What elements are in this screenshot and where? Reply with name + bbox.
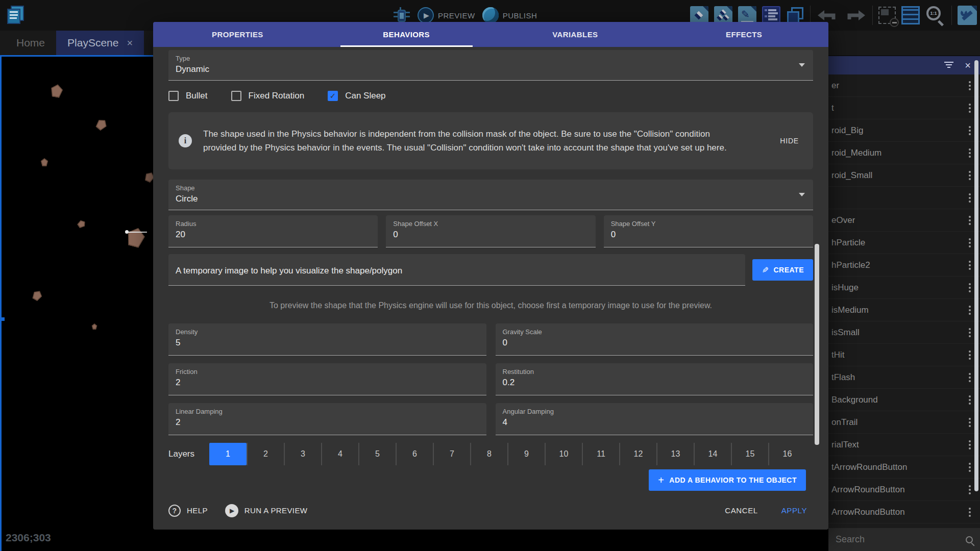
help-button[interactable]: ? HELP xyxy=(168,505,208,517)
object-list-item[interactable]: roid_Small xyxy=(828,164,980,187)
checkbox[interactable]: Fixed Rotation xyxy=(231,91,305,101)
object-list-item[interactable]: ArrowRoundButton xyxy=(828,479,980,501)
grid-icon[interactable] xyxy=(901,6,920,24)
object-list-item[interactable] xyxy=(828,187,980,209)
kebab-menu-icon[interactable] xyxy=(967,371,973,384)
object-list-item[interactable]: Background xyxy=(828,389,980,411)
dialog-tab[interactable]: BEHAVIORS xyxy=(322,22,491,47)
dialog-scrollbar[interactable] xyxy=(815,244,819,445)
editor-tab[interactable]: Home xyxy=(5,31,56,55)
object-list-item[interactable]: hParticle2 xyxy=(828,254,980,277)
kebab-menu-icon[interactable] xyxy=(967,326,973,339)
project-settings-icon[interactable] xyxy=(958,6,977,25)
kebab-menu-icon[interactable] xyxy=(967,416,973,429)
linear-damping-field[interactable]: Linear Damping 2 xyxy=(168,403,486,435)
kebab-menu-icon[interactable] xyxy=(967,191,973,205)
layer-cell[interactable]: 16 xyxy=(768,443,805,465)
layer-cell[interactable]: 8 xyxy=(470,443,507,465)
tab-close-icon[interactable]: × xyxy=(127,37,133,49)
editor-tab[interactable]: PlayScene × xyxy=(56,31,144,55)
object-list-item[interactable]: tArrowRoundButton xyxy=(828,456,980,479)
layer-cell[interactable]: 2 xyxy=(247,443,284,465)
asteroid-object[interactable] xyxy=(49,83,64,98)
kebab-menu-icon[interactable] xyxy=(967,102,973,115)
layer-cell[interactable]: 15 xyxy=(731,443,768,465)
density-field[interactable]: Density 5 xyxy=(168,323,486,356)
angular-damping-field[interactable]: Angular Damping 4 xyxy=(496,403,814,435)
kebab-menu-icon[interactable] xyxy=(967,506,973,519)
temp-image-field[interactable]: A temporary image to help you visualize … xyxy=(168,254,745,286)
layer-cell[interactable]: 1 xyxy=(209,443,247,465)
redo-icon[interactable] xyxy=(844,6,867,24)
layer-cell[interactable]: 11 xyxy=(582,443,619,465)
clear-selection-icon[interactable] xyxy=(878,7,896,24)
dialog-tab[interactable]: PROPERTIES xyxy=(153,22,322,47)
object-list-item[interactable]: tFlash xyxy=(828,366,980,389)
asteroid-object[interactable] xyxy=(94,117,110,133)
kebab-menu-icon[interactable] xyxy=(967,461,973,474)
shape-offset-x-field[interactable]: Shape Offset X 0 xyxy=(386,215,595,247)
asteroid-object[interactable] xyxy=(91,323,97,330)
kebab-menu-icon[interactable] xyxy=(967,393,973,407)
object-list-item[interactable]: roid_Medium xyxy=(828,142,980,164)
layer-cell[interactable]: 5 xyxy=(358,443,396,465)
publish-button[interactable]: PUBLISH xyxy=(482,7,537,23)
layer-cell[interactable]: 3 xyxy=(284,443,321,465)
layer-cell[interactable]: 9 xyxy=(507,443,545,465)
selection-marker-dot[interactable] xyxy=(125,230,129,234)
hide-button[interactable]: HIDE xyxy=(776,133,803,149)
restitution-field[interactable]: Restitution 0.2 xyxy=(496,363,814,395)
project-manager-icon[interactable] xyxy=(7,6,26,25)
selection-marker-line[interactable] xyxy=(127,232,147,233)
gravity-scale-field[interactable]: Gravity Scale 0 xyxy=(496,323,814,356)
object-list-item[interactable]: isHuge xyxy=(828,277,980,299)
kebab-menu-icon[interactable] xyxy=(967,348,973,362)
apply-button[interactable]: APPLY xyxy=(778,502,810,519)
type-select[interactable]: Type Dynamic xyxy=(168,50,813,81)
layer-cell[interactable]: 12 xyxy=(619,443,656,465)
kebab-menu-icon[interactable] xyxy=(967,304,973,317)
search-input[interactable] xyxy=(836,534,966,545)
object-list-item[interactable]: isSmall xyxy=(828,321,980,344)
panel-scrollbar[interactable] xyxy=(974,60,978,491)
object-list-item[interactable]: hParticle xyxy=(828,232,980,254)
kebab-menu-icon[interactable] xyxy=(967,281,973,294)
object-list-item[interactable]: tHit xyxy=(828,344,980,366)
kebab-menu-icon[interactable] xyxy=(967,146,973,160)
zoom-original-icon[interactable]: 1:1 xyxy=(925,5,946,26)
kebab-menu-icon[interactable] xyxy=(967,79,973,92)
kebab-menu-icon[interactable] xyxy=(967,236,973,249)
kebab-menu-icon[interactable] xyxy=(967,124,973,137)
layer-cell[interactable]: 10 xyxy=(545,443,582,465)
shape-select[interactable]: Shape Circle xyxy=(168,180,813,210)
object-list-item[interactable]: rialText xyxy=(828,434,980,456)
friction-field[interactable]: Friction 2 xyxy=(168,363,486,395)
dialog-tab[interactable]: EFFECTS xyxy=(659,22,828,47)
kebab-menu-icon[interactable] xyxy=(967,169,973,182)
asteroid-object[interactable] xyxy=(124,226,148,249)
kebab-menu-icon[interactable] xyxy=(967,438,973,452)
object-list-item[interactable]: ArrowRoundButton xyxy=(828,501,980,523)
layer-cell[interactable]: 13 xyxy=(656,443,694,465)
kebab-menu-icon[interactable] xyxy=(967,214,973,227)
panel-close-icon[interactable]: × xyxy=(965,60,971,70)
kebab-menu-icon[interactable] xyxy=(967,259,973,272)
layer-cell[interactable]: 4 xyxy=(321,443,358,465)
object-list-item[interactable]: roid_Big xyxy=(828,119,980,142)
create-button[interactable]: ✎ CREATE xyxy=(752,259,813,281)
layer-cell[interactable]: 7 xyxy=(433,443,470,465)
layer-cell[interactable]: 6 xyxy=(396,443,433,465)
filter-icon[interactable] xyxy=(944,62,953,69)
checkbox[interactable]: Bullet xyxy=(168,91,208,101)
checkbox[interactable]: Can Sleep xyxy=(328,91,385,101)
object-list-item[interactable]: t xyxy=(828,97,980,119)
run-preview-button[interactable]: ▶ RUN A PREVIEW xyxy=(225,504,308,517)
object-list-item[interactable]: isMedium xyxy=(828,299,980,321)
radius-field[interactable]: Radius 20 xyxy=(168,215,378,247)
cancel-button[interactable]: CANCEL xyxy=(722,502,761,519)
layer-cell[interactable]: 14 xyxy=(694,443,731,465)
add-behavior-button[interactable]: + ADD A BEHAVIOR TO THE OBJECT xyxy=(649,469,806,491)
asteroid-object[interactable] xyxy=(76,218,87,230)
object-list-item[interactable]: er xyxy=(828,74,980,97)
object-list-item[interactable]: eOver xyxy=(828,209,980,232)
